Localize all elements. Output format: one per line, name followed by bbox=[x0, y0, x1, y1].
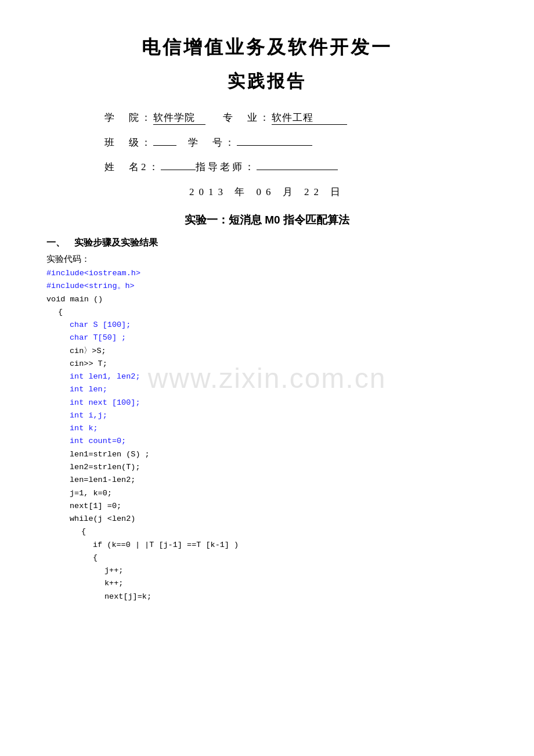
code-line: void main () bbox=[46, 293, 488, 306]
date-section: 2013 年 06 月 22 日 bbox=[46, 185, 488, 199]
code-line: cin>> T; bbox=[46, 358, 488, 370]
code-line: int count=0; bbox=[46, 435, 488, 448]
supervisor-value bbox=[257, 160, 338, 170]
class-label: 班 级： bbox=[104, 136, 153, 149]
code-line: k++; bbox=[46, 577, 488, 590]
class-value bbox=[153, 135, 176, 146]
info-section: 学 院： 软件学院 专 业： 软件工程 班 级： 学 号： 姓 名2： 指导老师… bbox=[104, 111, 430, 174]
code-line: #include<string。h> bbox=[46, 280, 488, 293]
title-section: 电信增值业务及软件开发一 实践报告 bbox=[46, 35, 488, 93]
code-line: char S [100]; bbox=[46, 319, 488, 332]
code-line: int len; bbox=[46, 383, 488, 396]
name-label: 姓 名2： bbox=[104, 160, 161, 174]
code-line: { bbox=[46, 552, 488, 564]
name-supervisor-row: 姓 名2： 指导老师： bbox=[104, 160, 430, 174]
code-line: len1=strlen (S) ; bbox=[46, 448, 488, 461]
code-line: { bbox=[46, 525, 488, 538]
experiment-title: 实验一：短消息 M0 指令匹配算法 bbox=[46, 213, 488, 228]
student-id-label: 学 号： bbox=[188, 136, 237, 149]
sub-title: 实践报告 bbox=[46, 70, 488, 93]
code-line: next[1] =0; bbox=[46, 500, 488, 513]
student-id-value bbox=[237, 135, 312, 146]
code-label: 实验代码： bbox=[46, 254, 488, 265]
code-line: j=1, k=0; bbox=[46, 487, 488, 500]
supervisor-label: 指导老师： bbox=[196, 160, 257, 174]
code-line: len=len1-len2; bbox=[46, 474, 488, 487]
code-line: char T[50] ; bbox=[46, 332, 488, 344]
code-line: while(j <len2) bbox=[46, 513, 488, 525]
section1-heading: 一、 实验步骤及实验结果 bbox=[46, 237, 488, 249]
major-label: 专 业： bbox=[223, 111, 272, 124]
code-line: int len1, len2; bbox=[46, 370, 488, 383]
code-line: cin〉>S; bbox=[46, 345, 488, 358]
code-line: len2=strlen(T); bbox=[46, 461, 488, 474]
college-major-row: 学 院： 软件学院 专 业： 软件工程 bbox=[104, 111, 430, 125]
code-line: next[j]=k; bbox=[46, 591, 488, 603]
code-block: #include<iostream.h>#include<string。h>vo… bbox=[46, 267, 488, 603]
major-value: 软件工程 bbox=[272, 111, 347, 125]
class-id-row: 班 级： 学 号： bbox=[104, 135, 430, 149]
main-title: 电信增值业务及软件开发一 bbox=[46, 35, 488, 60]
college-label: 学 院： bbox=[104, 111, 153, 124]
code-line: int i,j; bbox=[46, 409, 488, 422]
college-value: 软件学院 bbox=[153, 111, 205, 125]
code-line: int k; bbox=[46, 422, 488, 435]
code-line: #include<iostream.h> bbox=[46, 267, 488, 280]
code-line: int next [100]; bbox=[46, 397, 488, 409]
code-line: j++; bbox=[46, 564, 488, 577]
name-value bbox=[161, 160, 196, 170]
code-line: if (k==0 | |T [j-1] ==T [k-1] ) bbox=[46, 539, 488, 552]
code-line: { bbox=[46, 306, 488, 319]
